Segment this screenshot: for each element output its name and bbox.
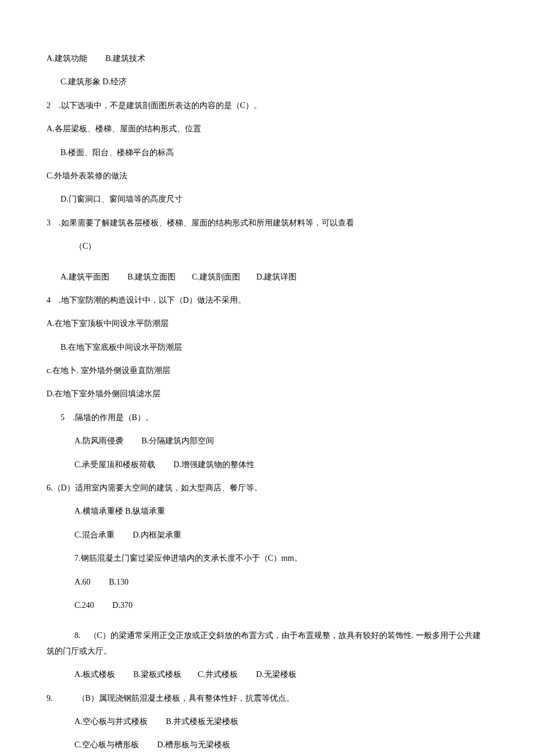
q5-options-cd: C.承受屋顶和楼板荷载 D.增强建筑物的整体性 (47, 458, 488, 471)
q2-stem: 2 .以下选项中，不是建筑剖面图所表达的内容的是（C）。 (47, 99, 488, 112)
q5-options-ab: A.防风雨侵袭 B.分隔建筑内部空间 (47, 435, 488, 447)
q6-option-a: A.横墙承重楼 (74, 507, 123, 515)
q9-option-b: B.井式楼板无梁楼板 (166, 717, 238, 726)
q6-option-d: D.内框架承重 (133, 531, 181, 539)
q5-option-b: B.分隔建筑内部空间 (141, 436, 214, 445)
q7-options-cd: C.240 D.370 (47, 599, 488, 612)
q6-stem: 6.（D）适用室内需要大空间的建筑，如大型商店、餐厅等。 (47, 482, 488, 495)
q4-option-b: B.在地下室底板中间设水平防潮层 (47, 341, 488, 354)
q8-option-c: C.井式楼板 (198, 670, 238, 679)
q2-option-a: A.各层梁板、楼梯、屋面的结构形式、位置 (47, 123, 488, 135)
q7-option-a: A.60 (74, 578, 91, 586)
q4-option-c: c.在地卜. 室外墙外侧设垂直防潮层 (47, 364, 488, 377)
q9-options-cd: C.空心板与槽形板 D.槽形板与无梁楼板 (47, 739, 488, 751)
q9-options-ab: A.空心板与井式楼板 B.井式楼板无梁楼板 (47, 715, 488, 728)
q2-option-d: D.门窗洞口、窗间墙等的高度尺寸 (47, 193, 488, 206)
q8-stem-line1: 8. （C）的梁通常采用正交正放或正交斜放的布置方式，由于布置规整，故具有较好的… (47, 629, 488, 642)
q7-option-b: B.130 (109, 578, 129, 586)
q9-option-a: A.空心板与井式楼板 (74, 717, 148, 726)
q3-option-c: C.建筑剖面图 (192, 273, 240, 281)
q8-options: A.板式楼板 B.梁板式楼板C.井式楼板 D.无梁楼板 (47, 668, 488, 681)
q3-option-d: D.建筑详图 (256, 273, 297, 281)
q3-stem: 3 .如果需要了解建筑各层楼板、楼梯、屋面的结构形式和所用建筑材料等，可以查看 (47, 217, 488, 230)
q1-option-d: D.经济 (102, 77, 127, 86)
q8-option-b: B.梁板式楼板 (133, 670, 181, 679)
q9-stem: 9. （B）属现浇钢筋混凝土楼板，具有整体性好，抗震等优点。 (47, 692, 488, 705)
q5-option-d: D.增强建筑物的整体性 (173, 460, 255, 469)
q9-option-c: C.空心板与槽形板 (74, 740, 139, 749)
q7-stem: 7.钢筋混凝土门窗过梁应伸进墙内的支承长度不小于（C）mm。 (47, 552, 488, 565)
q6-options-ab: A.横墙承重楼 B.纵墙承重 (47, 505, 488, 518)
q3-option-b: B.建筑立面图 (127, 273, 176, 281)
q7-options-ab: A.60 B.130 (47, 576, 488, 589)
q2-option-c: C.外墙外表装修的做法 (47, 170, 488, 182)
q8-stem-line2: 筑的门厅或大厅。 (47, 645, 488, 658)
q4-option-a: A.在地下室顶板中间设水平防潮层 (47, 317, 488, 330)
q9-option-d: D.槽形板与无梁楼板 (157, 740, 230, 749)
q8-option-d: D.无梁楼板 (256, 670, 297, 679)
q7-option-c: C.240 (74, 601, 94, 610)
q1-option-b: B.建筑技术 (105, 54, 145, 63)
q1-options-cd: C.建筑形象 D.经济 (47, 76, 488, 88)
q4-option-d: D.在地下室外墙外侧回填滤水层 (47, 388, 488, 400)
q6-option-c: C.混合承重 (74, 531, 115, 539)
q8-option-a: A.板式楼板 (74, 670, 115, 679)
q5-option-a: A.防风雨侵袭 (74, 436, 123, 445)
q1-options-ab: A.建筑功能 B.建筑技术 (47, 52, 488, 65)
q4-stem: 4 .地下室防潮的构造设计中，以下（D）做法不采用。 (47, 294, 488, 307)
q3-options: A.建筑平面图 B.建筑立面图C.建筑剖面图D.建筑详图 (47, 271, 488, 284)
q3-option-a: A.建筑平面图 (60, 273, 109, 281)
q6-option-b: B.纵墙承重 (125, 507, 165, 515)
q5-option-c: C.承受屋顶和楼板荷载 (74, 460, 155, 469)
q1-option-c: C.建筑形象 (60, 77, 101, 86)
q6-options-cd: C.混合承重 D.内框架承重 (47, 529, 488, 542)
q2-option-b: B.楼面、阳台、楼梯平台的标高 (47, 146, 488, 159)
q7-option-d: D.370 (112, 601, 133, 610)
q3-stem-answer: （C） (47, 240, 488, 253)
q5-stem: 5 .隔墙的作用是（B）。 (47, 411, 488, 424)
q1-option-a: A.建筑功能 (47, 54, 87, 63)
